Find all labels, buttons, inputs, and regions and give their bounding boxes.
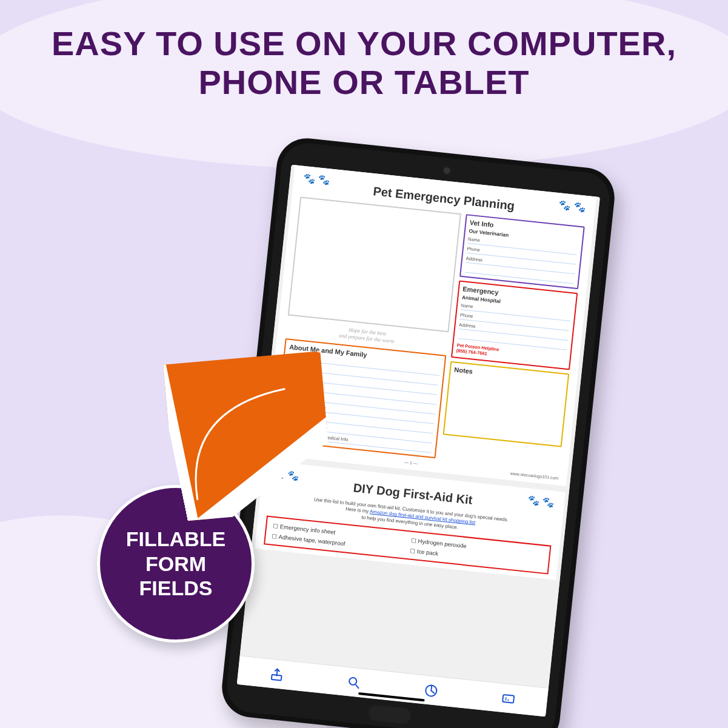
svg-point-1 (349, 677, 357, 685)
vet-info-box: Vet Info Our Veterinarian Name Phone Add… (459, 214, 584, 289)
pet-photo-placeholder[interactable] (288, 196, 461, 332)
notes-field[interactable] (448, 375, 563, 442)
svg-rect-0 (272, 674, 282, 680)
emergency-box: Emergency Animal Hospital Name Phone Add… (450, 281, 578, 370)
notes-box: Notes (442, 361, 569, 447)
site-url: www.rescuedogs101.com (510, 471, 558, 480)
camera-dot (442, 166, 451, 175)
annotate-icon[interactable] (500, 690, 516, 706)
share-icon[interactable] (269, 666, 285, 682)
search-icon[interactable] (346, 674, 362, 690)
callout-arrow-icon (163, 351, 334, 522)
svg-rect-3 (503, 694, 514, 703)
home-button[interactable] (368, 704, 412, 724)
badge-text: FILLABLE FORM FIELDS (112, 527, 239, 601)
draw-icon[interactable] (423, 683, 439, 698)
headline: EASY TO USE ON YOUR COMPUTER, PHONE OR T… (0, 24, 728, 102)
home-indicator (358, 692, 425, 701)
